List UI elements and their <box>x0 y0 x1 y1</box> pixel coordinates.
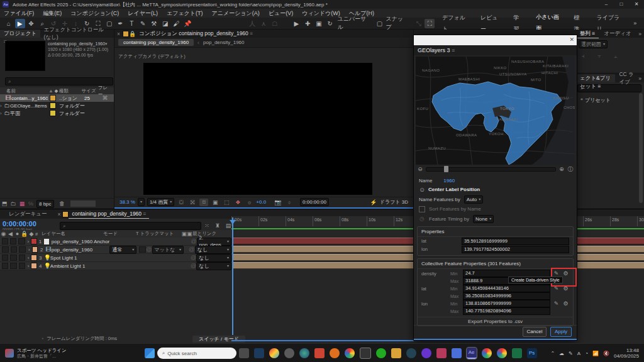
geolayers-close-icon[interactable]: ✕ <box>569 36 574 43</box>
zoom-dropdown[interactable]: ▾ <box>138 198 145 206</box>
project-row-folder-geo[interactable]: ›🗀 GEOlaye...Items フォルダー <box>0 102 114 109</box>
solo-toggle[interactable] <box>18 238 25 244</box>
timeline-tab-close-icon[interactable]: × <box>56 211 63 217</box>
photoshop-icon[interactable]: Ps <box>527 348 537 358</box>
draft3d-icon[interactable]: ⚡ <box>369 199 378 206</box>
video-toggle[interactable] <box>2 255 8 261</box>
taskbar-widget[interactable]: スポーツ ヘッドライン 広島・新井監督「... <box>0 348 67 359</box>
tray-time[interactable]: 13:48 <box>626 348 639 353</box>
quality-dropdown[interactable]: 1/4 画質▾ <box>147 198 174 206</box>
effects-overflow[interactable]: » <box>638 75 644 82</box>
menu-item[interactable]: 編集(E) <box>43 9 62 18</box>
excel-icon[interactable] <box>512 348 522 358</box>
new-comp-icon[interactable]: ▦ <box>18 200 26 207</box>
label-chip[interactable] <box>50 110 56 116</box>
tray-date[interactable]: 04/09/2025 <box>614 353 639 359</box>
center-label-position-button[interactable]: Center Label Position <box>428 187 480 192</box>
align-left-icon[interactable]: ⫞ <box>579 52 587 60</box>
menu-item[interactable]: ファイル(F) <box>4 9 34 18</box>
settings-icon[interactable] <box>284 348 294 358</box>
start-button[interactable] <box>145 348 155 358</box>
video-toggle[interactable] <box>2 238 8 244</box>
video-toggle[interactable] <box>2 263 8 269</box>
tab-effects-presets[interactable]: ェクト&プリセット ≡ <box>576 74 615 82</box>
feature-min-input[interactable]: 34.91459844438146 <box>463 285 550 292</box>
comp-viewport[interactable] <box>143 63 372 195</box>
tray-expand-icon[interactable]: ⌃ <box>550 351 555 356</box>
new-folder-icon[interactable]: 🗀 <box>9 200 18 207</box>
grid-icon[interactable]: ⛶ <box>425 19 435 28</box>
after-effects-taskbar-icon[interactable]: Ae <box>467 348 477 359</box>
prop-value-input[interactable]: 139.79177624500002 <box>462 246 569 253</box>
timeline-timecode[interactable]: 0:00:00:00 <box>3 220 36 228</box>
project-comp-name[interactable]: containing pop_density_1960▾ <box>48 41 112 47</box>
playhead-handle[interactable] <box>230 220 236 224</box>
axis-world-icon[interactable]: ⋏ <box>258 19 269 28</box>
brush-tool[interactable]: ✎ <box>138 19 148 28</box>
zoom-slider-handle[interactable] <box>444 166 448 172</box>
pick-whip-icon[interactable]: @ <box>191 238 196 245</box>
layer-label-chip[interactable] <box>32 246 38 253</box>
sort-features-checkbox[interactable] <box>419 206 425 212</box>
zoom-in-icon[interactable]: ⊕ <box>558 165 565 173</box>
home-icon[interactable]: ⌂ <box>4 19 14 28</box>
xampp-icon[interactable] <box>330 348 340 358</box>
draft3d-label[interactable]: ドラフト 3D <box>380 199 408 206</box>
chrome-profile2-icon[interactable] <box>482 348 492 358</box>
trash-icon[interactable]: 🗑 <box>58 200 67 207</box>
center-label-icon[interactable]: ⊙ <box>419 186 425 194</box>
line-icon[interactable] <box>376 348 386 358</box>
layer-row-3[interactable]: › 3 💡 Spot Light 1 @ なし▾ <box>0 254 231 262</box>
layer-row-1[interactable]: › 1 pop_density_1960 Anchor @ 2. pop_den… <box>0 238 231 246</box>
show-snapshot-icon[interactable]: ⌽ <box>285 199 294 206</box>
tab-composition[interactable]: コンポジション containing pop_density_1960 ≡ <box>135 30 257 38</box>
tab-align[interactable]: 整列 ≡ <box>576 30 599 38</box>
align-center-icon[interactable]: ⫟ <box>595 52 604 60</box>
twirl-icon[interactable]: › <box>28 247 30 253</box>
export-csv-button[interactable]: Export Properties to .csv <box>468 319 523 324</box>
axis-local-icon[interactable]: 人 <box>247 19 257 28</box>
menu-item[interactable]: アニメーション(A) <box>212 9 260 18</box>
align-right-icon[interactable]: ⫠ <box>611 52 620 60</box>
photos-icon[interactable] <box>360 348 371 359</box>
tab-project[interactable]: プロジェクト ≡ <box>0 30 40 38</box>
minimize-button[interactable]: – <box>599 0 614 9</box>
gizmo-select-icon[interactable]: ▶ <box>292 19 302 28</box>
solo-toggle[interactable] <box>19 255 25 261</box>
transparency-grid-icon[interactable]: ▣ <box>211 199 219 206</box>
store-icon[interactable] <box>314 348 325 358</box>
parent-dropdown[interactable]: なし▾ <box>195 246 231 254</box>
puppet-pin-tool[interactable]: 📌 <box>182 19 192 28</box>
parent-dropdown[interactable]: なし▾ <box>196 254 231 262</box>
trkmat-pickwhip-icon[interactable]: @ <box>146 246 152 253</box>
wifi-icon[interactable]: 📶 <box>592 351 599 356</box>
menu-item[interactable]: コンポジション(C) <box>70 9 119 18</box>
zoom-out-icon[interactable]: ⊖ <box>417 165 423 173</box>
feature-max-input[interactable]: 36.250810834999996 <box>463 292 550 300</box>
pick-whip-icon[interactable]: @ <box>191 262 196 270</box>
solo-toggle[interactable] <box>19 263 25 269</box>
project-search-input[interactable]: ⌕ <box>5 77 113 85</box>
steam-icon[interactable] <box>406 348 416 358</box>
clock-tray-icon[interactable]: ◔ <box>585 351 588 356</box>
panel-close-icon[interactable]: × <box>114 31 123 37</box>
layer-row-4[interactable]: › 4 💡 Ambient Light 1 @ なし▾ <box>0 262 231 270</box>
browser-icon[interactable] <box>299 348 309 358</box>
menu-item[interactable]: ウィンドウ(W) <box>302 9 340 18</box>
comp-timecode[interactable]: 0:00:00:00 <box>300 198 329 206</box>
roto-brush-tool[interactable]: 🖌 <box>171 19 181 28</box>
mask-visibility-icon[interactable]: ⛝ <box>188 199 197 206</box>
create-style-pen-icon[interactable]: ✎ <box>553 300 560 307</box>
tab-render-queue[interactable]: レンダーキュー <box>0 211 56 218</box>
guides-icon[interactable]: ⛋ <box>177 199 186 206</box>
exposure-icon[interactable]: ☼ <box>245 199 253 206</box>
comp-label-chip[interactable] <box>123 31 129 37</box>
label-chip[interactable] <box>50 102 56 109</box>
effects-scrollbar[interactable] <box>639 93 643 203</box>
tab-timeline-comp[interactable]: containing pop_density_1960 ≡ <box>69 210 149 219</box>
axis-view-icon[interactable]: ☖ <box>270 19 280 28</box>
ime-icon[interactable]: A <box>577 351 580 356</box>
channel-icon[interactable]: ❖ <box>233 199 242 206</box>
name-value[interactable]: 1960 <box>443 178 455 184</box>
gizmo-rotate-icon[interactable]: ↻ <box>325 19 335 28</box>
